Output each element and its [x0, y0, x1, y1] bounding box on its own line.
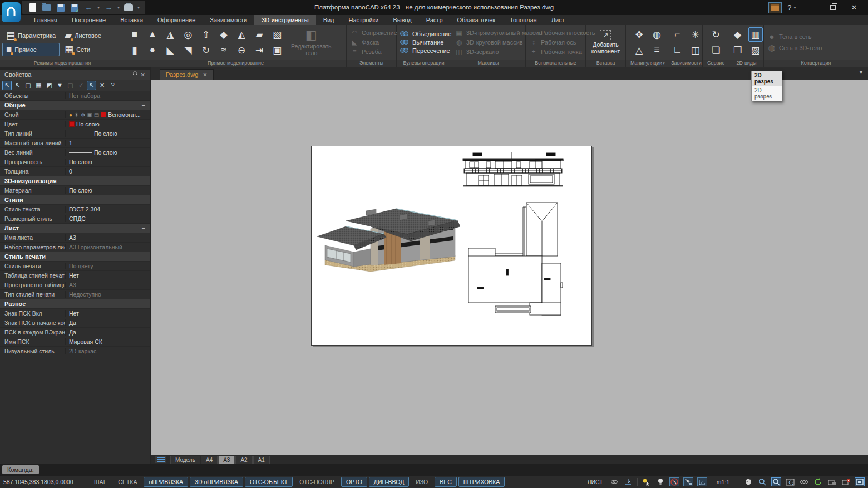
toggle-ИЗО[interactable]: ИЗО [411, 477, 433, 487]
redo-icon[interactable]: → [103, 3, 114, 12]
add-select-icon[interactable]: ↖ [2, 81, 12, 90]
rotate3d-icon[interactable]: ◍ [650, 27, 664, 42]
toggle-3D оПРИВЯЗКА[interactable]: 3D оПРИВЯЗКА [190, 477, 243, 487]
collapse-icon[interactable]: − [142, 300, 145, 307]
menu-item-Лист[interactable]: Лист [544, 15, 572, 25]
filter-icon[interactable]: ▼ [55, 81, 65, 90]
open-file-icon[interactable] [42, 3, 52, 12]
property-row[interactable]: Тип стилей печатиНедоступно [0, 290, 150, 299]
toggle-ОТС-ПОЛЯР[interactable]: ОТС-ПОЛЯР [294, 477, 339, 487]
hatch-export-icon[interactable]: ▨ [748, 43, 763, 57]
section-Стиль печати[interactable]: Стиль печати− [0, 252, 150, 262]
property-row[interactable]: МатериалПо слою [0, 186, 150, 195]
layout-menu-icon[interactable] [155, 456, 166, 463]
chamfer-button[interactable]: ◣Фаска [349, 38, 394, 47]
mode-sheet-mode[interactable]: ▰Листовое [61, 29, 105, 42]
loft-icon[interactable]: ◆ [216, 27, 231, 42]
command-line[interactable]: Команда: [0, 464, 868, 476]
menu-item-Топоплан[interactable]: Топоплан [502, 15, 544, 25]
command-prompt[interactable]: Команда: [2, 465, 39, 474]
bulb-icon[interactable] [655, 477, 665, 486]
toggle-ШТРИХОВКА[interactable]: ШТРИХОВКА [458, 477, 505, 487]
redo-dropdown-icon[interactable]: ▾ [117, 5, 120, 10]
property-row[interactable]: Таблица стилей печатиНет [0, 271, 150, 280]
sphere-icon[interactable]: ● [145, 43, 160, 57]
menu-item-Оформление[interactable]: Оформление [150, 15, 203, 25]
invert-select-icon[interactable]: ◩ [45, 81, 54, 90]
help-button[interactable]: ?▼ [784, 4, 800, 12]
box-icon[interactable]: ■ [127, 27, 142, 42]
collapse-icon[interactable]: − [142, 102, 145, 109]
toggle-ВЕС[interactable]: ВЕС [435, 477, 457, 487]
property-row[interactable]: Стиль печатиПо цвету [0, 262, 150, 271]
menu-item-Облака точек[interactable]: Облака точек [450, 15, 503, 25]
new-file-icon[interactable] [28, 3, 38, 12]
download-tray-icon[interactable] [623, 477, 633, 486]
mode-parametric-mode[interactable]: ▤Параметрика [2, 29, 60, 42]
qat-more-icon[interactable]: ▾ [137, 5, 140, 10]
work-point-button[interactable]: +Рабочая точка [528, 47, 583, 56]
selection-menu-icon[interactable] [683, 477, 693, 486]
section-box-icon[interactable]: ▣ [270, 43, 284, 57]
pan-hand-icon[interactable] [743, 477, 753, 486]
extrude-icon[interactable]: ⇧ [199, 27, 213, 42]
chevron-down-icon[interactable]: ▼ [859, 70, 864, 75]
close-button[interactable]: ✕ [845, 2, 864, 14]
undo-dropdown-icon[interactable]: ▾ [97, 5, 100, 10]
property-row[interactable]: ПрозрачностьПо слою [0, 157, 150, 167]
manipulations-label[interactable]: Манипуляции▼ [626, 60, 670, 67]
toggle-ШАГ[interactable]: ШАГ [89, 477, 111, 487]
cube-view-icon[interactable]: ❐ [731, 43, 745, 57]
property-row[interactable]: Тип линийПо слою [0, 129, 150, 139]
collapse-icon[interactable]: − [142, 225, 145, 231]
fullscreen-icon[interactable] [855, 477, 865, 486]
flatshot-icon[interactable]: ◆ [731, 27, 745, 42]
section-Разное[interactable]: Разное− [0, 299, 150, 309]
layout-tab-А3[interactable]: А3 [218, 456, 235, 464]
poly-select-icon[interactable]: ▦ [34, 81, 43, 90]
ucs-icon[interactable] [697, 477, 707, 486]
layout-tab-А4[interactable]: А4 [201, 456, 218, 464]
pin-icon[interactable] [132, 71, 137, 78]
dropdown-item-2d-section[interactable]: 2D разрез [752, 86, 782, 101]
property-row[interactable]: Имя листаА3 [0, 233, 150, 243]
property-row[interactable]: Пространство таблицы с...А3 [0, 280, 150, 290]
save-icon[interactable] [56, 3, 66, 12]
collapse-icon[interactable]: − [142, 196, 145, 203]
viewport-lock-icon[interactable] [827, 477, 837, 486]
add-component-button[interactable]: ↗ Добавить компонент [589, 29, 623, 56]
mesh-to-body-button[interactable]: ◍Сеть в 3D-тело [766, 42, 866, 53]
no-selection-icon[interactable] [669, 477, 679, 486]
pyramid-icon[interactable]: ◮ [163, 27, 177, 42]
edit-body-button[interactable]: ◧ Редактировать тело [289, 27, 334, 57]
property-row[interactable]: ОбъектыНет набора [0, 91, 150, 101]
corner-icon[interactable]: ◥ [181, 43, 195, 57]
highlight-cursor-icon[interactable] [642, 477, 652, 486]
pick-point-icon[interactable]: ▢ [66, 81, 75, 90]
link-icon[interactable] [609, 477, 619, 486]
mirror3d-button[interactable]: ◫3D-зеркало [453, 47, 523, 56]
zoom-window-icon[interactable] [771, 477, 781, 486]
mate-icon[interactable]: ⌐ [670, 27, 685, 42]
angle-icon[interactable]: ∟ [670, 43, 685, 57]
property-row[interactable]: ЦветПо слою [0, 120, 150, 129]
rib-icon[interactable]: ⇥ [252, 43, 267, 57]
insert-dep-icon[interactable]: ◫ [688, 43, 703, 57]
apply-icon[interactable]: ✓ [76, 81, 86, 90]
union-button[interactable]: Объединение [399, 30, 448, 38]
slice-icon[interactable]: ⊖ [234, 43, 249, 57]
print-icon[interactable] [124, 3, 134, 12]
drawing-canvas[interactable] [151, 80, 868, 455]
annotation-scale[interactable]: m1:1 [711, 479, 735, 485]
help-icon[interactable]: ? [108, 81, 117, 90]
section-3D-визуализация[interactable]: 3D-визуализация− [0, 176, 150, 186]
menu-item-Вид[interactable]: Вид [316, 15, 342, 25]
section-Стили[interactable]: Стили− [0, 195, 150, 205]
property-row[interactable]: Слой●☀❄▣▤Вспомогат... [0, 110, 150, 120]
rect-select-icon[interactable]: ▢ [23, 81, 33, 90]
clear-select-icon[interactable]: ✕ [97, 81, 107, 90]
toolbox-icon[interactable] [768, 2, 782, 13]
minimize-button[interactable]: — [802, 2, 821, 14]
quick-select-icon[interactable]: ↖ [87, 81, 96, 90]
undo-icon[interactable]: ← [83, 3, 93, 12]
